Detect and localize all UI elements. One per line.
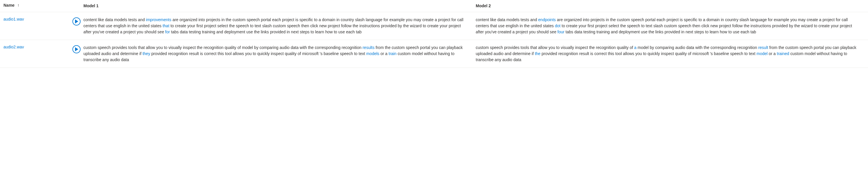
diff-word: a xyxy=(634,45,637,50)
sort-ascending-icon: ↑ xyxy=(18,3,20,7)
cell-filename: audio1.wav xyxy=(0,17,69,22)
play-button[interactable] xyxy=(72,18,81,26)
svg-marker-1 xyxy=(75,47,78,51)
svg-marker-0 xyxy=(75,20,78,24)
cell-model2: custom speech provides tools that allow … xyxy=(476,44,868,63)
table-row: audio2.wavcustom speech provides tools t… xyxy=(0,40,868,68)
diff-word: improvements xyxy=(146,18,172,22)
column-header-play xyxy=(69,3,84,9)
model2-transcript: content like data models tests and endpo… xyxy=(476,17,861,35)
transcript-text: or a xyxy=(768,51,777,56)
diff-word: results xyxy=(363,45,374,50)
diff-word: that xyxy=(162,24,169,28)
transcript-text: content like data models tests and xyxy=(476,18,538,22)
column-header-name[interactable]: Name ↑ xyxy=(0,3,69,9)
column-header-model1-label: Model 1 xyxy=(84,3,98,8)
transcript-text: content like data models tests and xyxy=(84,18,146,22)
transcript-text: or a xyxy=(379,51,389,56)
table-header-row: Name ↑ Model 1 Model 2 xyxy=(0,0,868,12)
transcript-text: provided recognition result is correct t… xyxy=(540,51,756,56)
transcript-text: tabs data testing training and deploymen… xyxy=(170,30,362,34)
play-icon xyxy=(75,47,78,51)
diff-word: for xyxy=(165,30,170,34)
diff-word: models xyxy=(366,51,379,56)
diff-word: dot xyxy=(555,24,560,28)
column-header-model2[interactable]: Model 2 xyxy=(476,3,868,9)
diff-word: result xyxy=(758,45,768,50)
cell-play xyxy=(69,44,84,53)
transcript-text: custom speech provides tools that allow … xyxy=(476,45,634,50)
column-header-model2-label: Model 2 xyxy=(476,3,491,8)
diff-word: endpoints xyxy=(538,18,556,22)
play-button[interactable] xyxy=(72,45,81,53)
play-icon xyxy=(75,20,78,24)
cell-model1: custom speech provides tools that allow … xyxy=(84,44,476,63)
model1-transcript: custom speech provides tools that allow … xyxy=(84,44,469,63)
cell-model2: content like data models tests and endpo… xyxy=(476,17,868,35)
model1-transcript: content like data models tests and impro… xyxy=(84,17,469,35)
diff-word: they xyxy=(143,51,150,56)
diff-word: train xyxy=(389,51,396,56)
cell-filename: audio2.wav xyxy=(0,44,69,49)
comparison-table: Name ↑ Model 1 Model 2 audio1.wavcontent… xyxy=(0,0,868,68)
diff-word: model xyxy=(756,51,768,56)
diff-word: four xyxy=(557,30,564,34)
column-header-name-label: Name xyxy=(3,3,14,7)
transcript-text: provided recognition result is correct t… xyxy=(150,51,366,56)
transcript-text: model by comparing audio data with the c… xyxy=(637,45,758,50)
table-row: audio1.wavcontent like data models tests… xyxy=(0,12,868,40)
diff-word: trained xyxy=(777,51,789,56)
cell-model1: content like data models tests and impro… xyxy=(84,17,476,35)
transcript-text: custom speech provides tools that allow … xyxy=(84,45,363,50)
transcript-text: tabs data testing training and deploymen… xyxy=(564,30,756,34)
model2-transcript: custom speech provides tools that allow … xyxy=(476,44,861,63)
diff-word: the xyxy=(535,51,540,56)
audio-file-link[interactable]: audio1.wav xyxy=(3,17,24,22)
column-header-model1[interactable]: Model 1 xyxy=(84,3,476,9)
cell-play xyxy=(69,17,84,26)
audio-file-link[interactable]: audio2.wav xyxy=(3,44,24,49)
